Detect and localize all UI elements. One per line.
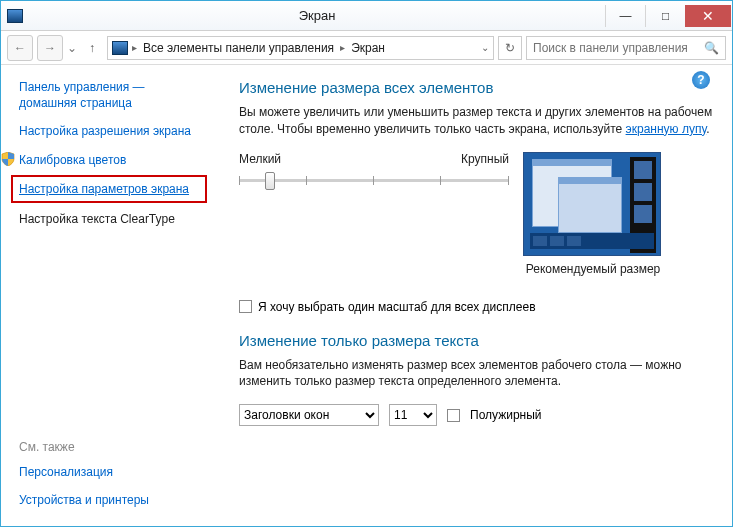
element-select[interactable]: Заголовки окон — [239, 404, 379, 426]
heading-text-size-only: Изменение только размера текста — [239, 332, 714, 349]
slider-thumb[interactable] — [265, 172, 275, 190]
back-button[interactable]: ← — [7, 35, 33, 61]
breadcrumb-seg-root[interactable]: Все элементы панели управления — [141, 41, 336, 55]
search-icon: 🔍 — [704, 41, 719, 55]
preview-image — [523, 152, 661, 256]
maximize-button[interactable]: □ — [645, 5, 685, 27]
slider-min-label: Мелкий — [239, 152, 281, 166]
magnifier-link[interactable]: экранную лупу — [626, 122, 707, 136]
chevron-right-icon: ▸ — [132, 42, 137, 53]
sidebar-item-display-params-highlighted: Настройка параметров экрана — [11, 175, 207, 203]
size-slider[interactable] — [239, 168, 509, 192]
seealso-devices-printers[interactable]: Устройства и принтеры — [19, 492, 199, 508]
forward-button[interactable]: → — [37, 35, 63, 61]
minimize-button[interactable]: — — [605, 5, 645, 27]
sidebar-item-resolution[interactable]: Настройка разрешения экрана — [19, 123, 199, 139]
help-icon[interactable]: ? — [692, 71, 710, 89]
seealso-personalization[interactable]: Персонализация — [19, 464, 199, 480]
refresh-button[interactable]: ↻ — [498, 36, 522, 60]
chevron-right-icon: ▸ — [340, 42, 345, 53]
sidebar-item-display-params[interactable]: Настройка параметров экрана — [19, 181, 199, 197]
close-button[interactable]: ✕ — [685, 5, 731, 27]
breadcrumb-seg-current[interactable]: Экран — [349, 41, 387, 55]
sidebar-home-link[interactable]: Панель управления — домашняя страница — [19, 79, 199, 111]
search-field[interactable]: 🔍 — [526, 36, 726, 60]
breadcrumb[interactable]: ▸ Все элементы панели управления ▸ Экран… — [107, 36, 494, 60]
up-button[interactable]: ↑ — [81, 37, 103, 59]
sidebar-item-cleartype[interactable]: Настройка текста ClearType — [19, 211, 199, 227]
font-size-select[interactable]: 11 — [389, 404, 437, 426]
desc-suffix: . — [706, 122, 709, 136]
search-input[interactable] — [533, 41, 704, 55]
app-icon — [1, 9, 29, 23]
control-panel-icon — [112, 41, 128, 55]
single-scale-checkbox[interactable] — [239, 300, 252, 313]
breadcrumb-dropdown-icon[interactable]: ⌄ — [481, 42, 489, 53]
description-text-size-only: Вам необязательно изменять размер всех э… — [239, 357, 714, 391]
slider-max-label: Крупный — [461, 152, 509, 166]
seealso-header: См. также — [19, 440, 199, 454]
shield-icon — [1, 152, 15, 169]
bold-label: Полужирный — [470, 408, 542, 422]
window-title: Экран — [29, 8, 605, 23]
description-resize-all: Вы можете увеличить или уменьшить размер… — [239, 104, 714, 138]
history-chevron-icon[interactable]: ⌄ — [67, 41, 77, 55]
single-scale-label: Я хочу выбрать один масштаб для всех дис… — [258, 300, 536, 314]
heading-resize-all: Изменение размера всех элементов — [239, 79, 714, 96]
preview-caption: Рекомендуемый размер — [523, 262, 663, 276]
sidebar-item-color-calibration[interactable]: Калибровка цветов — [19, 152, 126, 168]
bold-checkbox[interactable] — [447, 409, 460, 422]
